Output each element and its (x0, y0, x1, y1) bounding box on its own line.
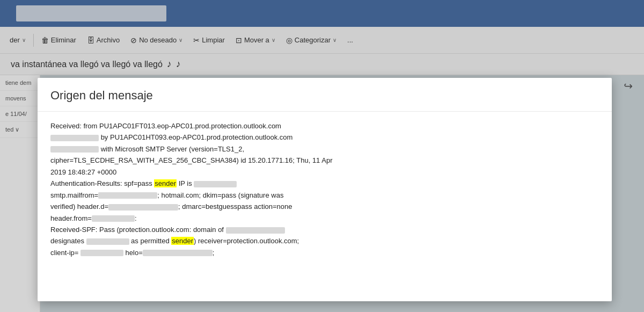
line6b: IP is (177, 179, 194, 187)
redacted-email-1 (98, 192, 157, 199)
modal-content[interactable]: Received: from PU1APC01FT013.eop-APC01.p… (38, 112, 612, 301)
line11a: designates (50, 237, 86, 245)
redacted-email-2 (226, 227, 285, 234)
line12a: client-ip= (50, 249, 80, 257)
line8a: verified) header.d= (50, 202, 108, 211)
line12b: helo= (123, 249, 143, 257)
line6a: Authentication-Results: spf=pass (50, 179, 154, 187)
line1: Received: from PU1APC01FT013.eop-APC01.p… (50, 122, 281, 130)
line11c: ) receiver=protection.outlook.com; (194, 237, 299, 245)
modal-title: Origen del mensaje (38, 78, 612, 112)
redacted-ip-2 (50, 146, 99, 153)
line3: with Microsoft SMTP Server (version=TLS1… (101, 145, 244, 153)
redacted-domain-1 (108, 204, 178, 211)
line8b: ; dmarc=bestguesspass action=none (178, 202, 292, 211)
redacted-ip-3 (194, 181, 237, 187)
line12c: ; (213, 249, 215, 257)
line7b: ; hotmail.com; dkim=pass (signature was (157, 191, 283, 199)
redacted-ip-1 (50, 135, 99, 141)
line4: cipher=TLS_ECDHE_RSA_WITH_AES_256_CBC_SH… (50, 156, 332, 164)
sender-highlight-2: sender (171, 237, 194, 245)
line9a: header.from= (50, 214, 92, 222)
line5: 2019 18:48:27 +0000 (50, 168, 116, 176)
redacted-ip-5 (80, 250, 123, 256)
redacted-ip-4 (86, 238, 129, 245)
line7a: smtp.mailfrom= (50, 191, 98, 199)
message-source-dialog: Origen del mensaje Received: from PU1APC… (38, 78, 612, 301)
message-source-text: Received: from PU1APC01FT013.eop-APC01.p… (50, 120, 599, 258)
line11b: as permitted (129, 237, 172, 245)
redacted-helo (143, 250, 213, 256)
redacted-domain-2 (92, 215, 135, 222)
line9b: : (135, 214, 137, 222)
sender-highlight-1: sender (154, 179, 177, 187)
line10a: Received-SPF: Pass (protection.outlook.c… (50, 226, 226, 234)
line2: by PU1APC01HT093.eop-APC01.prod.protecti… (101, 133, 293, 141)
